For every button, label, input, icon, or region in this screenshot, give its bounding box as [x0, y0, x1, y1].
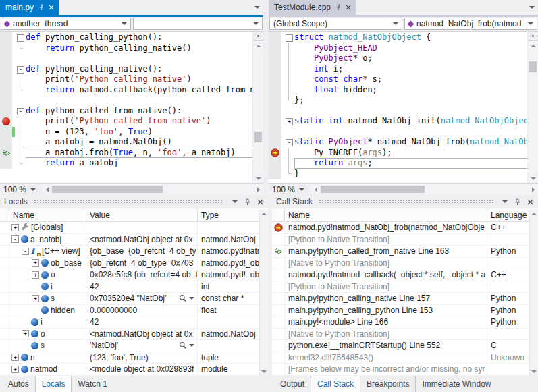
code-text[interactable]: const char* s; — [294, 74, 528, 85]
callstack-title-bar[interactable]: Call Stack — [272, 195, 538, 208]
code-text[interactable]: static int natmod_NatObj_init(natmod_Nat… — [294, 116, 528, 127]
code-text[interactable]: }; — [294, 95, 528, 106]
glyph-margin[interactable] — [0, 43, 12, 54]
locals-scrollbar[interactable] — [259, 210, 268, 376]
split-window-grip-icon[interactable] — [528, 32, 538, 41]
glyph-margin[interactable] — [0, 85, 12, 96]
tab-locals[interactable]: Locals — [35, 376, 72, 392]
pin-icon[interactable] — [335, 4, 342, 11]
glyph-margin[interactable] — [0, 32, 12, 43]
chevron-down-icon[interactable] — [299, 188, 304, 191]
expand-icon[interactable]: + — [11, 354, 19, 361]
callstack-row[interactable]: main.py!python_called_from_native Line 1… — [272, 246, 538, 258]
column-header-type[interactable]: Type — [198, 208, 268, 221]
code-editor-main-py[interactable]: -def python_calling_python(): return pyt… — [0, 31, 263, 183]
code-text[interactable]: static PyObject* natmod_NatObj_frob(natm… — [294, 137, 528, 148]
scroll-up-icon[interactable] — [530, 210, 538, 218]
code-text[interactable]: int i; — [294, 64, 528, 75]
scroll-left-icon[interactable] — [311, 184, 321, 195]
glyph-margin[interactable] — [0, 95, 12, 106]
glyph-margin[interactable] — [0, 74, 12, 85]
collapse-icon[interactable]: - — [11, 235, 19, 243]
expand-icon[interactable]: + — [32, 271, 39, 279]
code-area[interactable]: -struct natmod_NatObjObject { PyObject_H… — [269, 32, 528, 183]
glyph-margin[interactable] — [0, 116, 12, 127]
callstack-row[interactable]: kernel32.dll!75648543()Unknown — [272, 352, 538, 364]
locals-row[interactable]: hidden0.000000000float — [0, 305, 268, 317]
locals-row[interactable]: i42int — [0, 281, 268, 293]
scrollbar-thumb[interactable] — [254, 132, 262, 142]
thread-dropdown[interactable]: another_thread — [1, 18, 131, 30]
tab-output[interactable]: Output — [274, 376, 311, 392]
expand-icon[interactable]: + — [32, 295, 39, 302]
editor-splitter[interactable] — [263, 0, 269, 195]
fold-collapse-icon[interactable]: - — [17, 108, 24, 115]
code-text[interactable]: print('Python called from native') — [26, 116, 253, 127]
scroll-down-icon[interactable] — [253, 174, 263, 183]
callstack-row[interactable]: [Native to Python Transition] — [272, 329, 538, 341]
glyph-margin[interactable] — [0, 106, 12, 117]
callstack-scrollbar[interactable] — [529, 210, 538, 376]
glyph-margin[interactable] — [269, 169, 281, 179]
close-icon[interactable] — [525, 197, 535, 207]
glyph-margin[interactable] — [269, 106, 281, 117]
locals-row[interactable]: +n(123, 'foo', True)tuple — [0, 352, 268, 364]
code-text[interactable]: float hidden; — [294, 85, 528, 96]
callstack-row[interactable]: [Python to Native Transition] — [272, 234, 538, 246]
chevron-down-icon[interactable] — [189, 297, 194, 300]
scroll-right-icon[interactable] — [528, 184, 538, 195]
tab-call-stack[interactable]: Call Stack — [311, 376, 360, 392]
column-header-value[interactable]: Value — [86, 208, 198, 221]
fold-collapse-icon[interactable]: - — [286, 34, 293, 42]
callstack-row[interactable]: main.py!<module> Line 166Python — [272, 316, 538, 329]
zoom-control[interactable]: 100 % — [269, 184, 311, 195]
fold-collapse-icon[interactable]: - — [17, 66, 24, 74]
code-text[interactable]: def python_calling_python(): — [26, 32, 253, 43]
glyph-margin[interactable] — [269, 43, 281, 54]
callstack-row[interactable]: main.py!python_calling_python Line 153Py… — [272, 305, 538, 317]
glyph-margin[interactable] — [269, 116, 281, 127]
scrollbar-thumb[interactable] — [529, 61, 537, 72]
locals-row[interactable]: +s0x703520e4 "NatObj"const char * — [0, 293, 268, 305]
locals-row[interactable]: +natmod<module object at 0x029893fmodule — [0, 364, 268, 376]
code-text[interactable]: def python_calling_native(): — [26, 64, 253, 75]
pin-icon[interactable] — [38, 4, 45, 11]
scroll-right-icon[interactable] — [253, 184, 263, 195]
document-list-dropdown-icon[interactable] — [529, 6, 535, 9]
glyph-margin[interactable] — [269, 148, 281, 159]
glyph-margin[interactable] — [269, 95, 281, 106]
glyph-margin[interactable] — [269, 32, 281, 43]
glyph-margin[interactable] — [0, 137, 12, 148]
text-visualizer-button[interactable] — [179, 341, 197, 349]
zoom-control[interactable]: 100 % — [0, 184, 42, 195]
chevron-down-icon[interactable] — [122, 22, 127, 25]
pin-icon[interactable] — [512, 197, 522, 207]
code-text[interactable]: return args; — [294, 158, 528, 169]
scrollbar-thumb[interactable] — [321, 186, 425, 193]
close-icon[interactable] — [255, 197, 265, 207]
locals-row[interactable]: +[Globals] — [0, 222, 268, 234]
close-icon[interactable] — [346, 5, 351, 10]
code-text[interactable]: def python_called_from_native(): — [26, 106, 253, 117]
vertical-scrollbar[interactable] — [252, 32, 263, 183]
callstack-row[interactable]: [Native to Python Transition] — [272, 258, 538, 270]
scroll-left-icon[interactable] — [42, 184, 52, 195]
member-dropdown-left[interactable] — [133, 18, 263, 30]
callstack-row[interactable]: [Frames below may be incorrect and/or mi… — [272, 364, 538, 376]
code-text[interactable]: print('Python calling native') — [26, 74, 253, 85]
fold-collapse-icon[interactable]: - — [286, 139, 293, 146]
tab-immediate-window[interactable]: Immediate Window — [415, 376, 497, 392]
code-editor-testmodule-cpp[interactable]: -struct natmod_NatObjObject { PyObject_H… — [269, 31, 538, 183]
code-text[interactable]: a_natobj.frob(True, n, 'foo', a_natobj) — [26, 148, 253, 159]
locals-row[interactable]: +o<natmod.NatObj object at 0xnatmod.NatO… — [0, 329, 268, 341]
collapse-icon[interactable]: - — [22, 248, 29, 255]
text-visualizer-button[interactable] — [179, 294, 197, 302]
code-text[interactable]: } — [294, 169, 528, 179]
window-position-icon[interactable] — [500, 197, 510, 207]
vertical-scrollbar[interactable] — [527, 32, 538, 183]
code-text[interactable]: PyObject* o; — [294, 53, 528, 64]
locals-row[interactable]: s'NatObj' — [0, 340, 268, 352]
document-list-dropdown-icon[interactable] — [254, 6, 260, 9]
tab-watch-1[interactable]: Watch 1 — [71, 376, 113, 392]
expand-icon[interactable]: + — [22, 330, 29, 337]
